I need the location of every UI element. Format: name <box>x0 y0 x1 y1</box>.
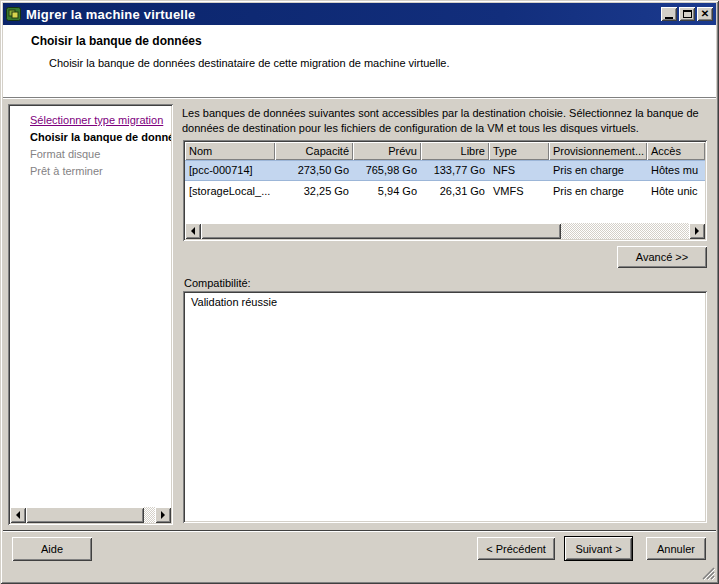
compatibility-label: Compatibilité: <box>184 277 251 289</box>
wizard-steps-panel: Sélectionner type migration Choisir la b… <box>8 104 173 525</box>
step-ready-to-complete: Prêt à terminer <box>10 163 171 180</box>
maximize-button[interactable] <box>679 7 695 21</box>
cell-acces: Hôtes mu <box>647 160 705 181</box>
scroll-left-button[interactable] <box>10 507 26 523</box>
cell-capacite: 273,50 Go <box>275 160 353 181</box>
compatibility-status: Validation réussie <box>185 293 705 311</box>
wizard-steps-list: Sélectionner type migration Choisir la b… <box>10 106 171 180</box>
datastore-table: Nom Capacité Prévu Libre Type Provisionn… <box>183 140 707 241</box>
cell-capacite: 32,25 Go <box>275 181 353 202</box>
step-disk-format: Format disque <box>10 146 171 163</box>
resize-grip-icon[interactable] <box>702 567 715 580</box>
scroll-left-icon <box>191 227 195 235</box>
minimize-button[interactable] <box>661 7 677 21</box>
step-select-migration-type[interactable]: Sélectionner type migration <box>10 112 171 129</box>
cell-nom: [storageLocal_... <box>185 181 275 202</box>
title-bar[interactable]: Migrer la machine virtuelle ✕ <box>3 3 716 25</box>
column-header-provisionnement[interactable]: Provisionnement... <box>549 142 647 160</box>
column-header-type[interactable]: Type <box>489 142 549 160</box>
close-icon: ✕ <box>701 9 709 19</box>
table-row-storagelocal[interactable]: [storageLocal_... 32,25 Go 5,94 Go 26,31… <box>185 181 705 202</box>
window-title: Migrer la machine virtuelle <box>26 7 659 22</box>
help-button[interactable]: Aide <box>12 537 92 561</box>
scrollbar-track[interactable] <box>144 507 155 523</box>
scroll-right-button[interactable] <box>689 223 705 239</box>
compatibility-panel: Validation réussie <box>183 291 707 523</box>
back-button[interactable]: < Précédent <box>477 537 555 560</box>
footer-divider <box>3 530 716 532</box>
header-divider <box>3 97 716 99</box>
close-button[interactable]: ✕ <box>697 7 713 21</box>
scroll-right-icon <box>161 511 165 519</box>
next-button-default-ring: Suivant > <box>564 536 633 561</box>
step-choose-datastore: Choisir la banque de données <box>10 129 171 146</box>
advanced-button[interactable]: Avancé >> <box>617 246 707 268</box>
cell-provisionnement: Pris en charge <box>549 160 647 181</box>
cell-provisionnement: Pris en charge <box>549 181 647 202</box>
scroll-right-button[interactable] <box>155 507 171 523</box>
scrollbar-track[interactable] <box>561 223 689 239</box>
vmware-app-icon <box>6 6 22 22</box>
column-header-libre[interactable]: Libre <box>421 142 489 160</box>
column-header-nom[interactable]: Nom <box>185 142 275 160</box>
sidebar-horizontal-scrollbar[interactable] <box>10 507 171 523</box>
cell-libre: 133,77 Go <box>421 160 489 181</box>
wizard-header: Choisir la banque de données Choisir la … <box>3 25 716 97</box>
minimize-icon <box>665 17 673 19</box>
scroll-right-icon <box>695 227 699 235</box>
scroll-left-icon <box>16 511 20 519</box>
scroll-left-button[interactable] <box>185 223 201 239</box>
page-title: Choisir la banque de données <box>31 34 202 48</box>
maximize-icon <box>683 10 692 18</box>
scrollbar-thumb[interactable] <box>201 223 561 239</box>
cell-acces: Hôte unic <box>647 181 705 202</box>
cell-prevu: 765,98 Go <box>353 160 421 181</box>
table-header-row: Nom Capacité Prévu Libre Type Provisionn… <box>185 142 705 160</box>
table-row-pcc-000714[interactable]: [pcc-000714] 273,50 Go 765,98 Go 133,77 … <box>185 160 705 181</box>
cell-prevu: 5,94 Go <box>353 181 421 202</box>
column-header-capacite[interactable]: Capacité <box>275 142 353 160</box>
cell-libre: 26,31 Go <box>421 181 489 202</box>
cell-type: VMFS <box>489 181 549 202</box>
cell-type: NFS <box>489 160 549 181</box>
cell-nom: [pcc-000714] <box>185 160 275 181</box>
next-button[interactable]: Suivant > <box>565 537 632 560</box>
cancel-button[interactable]: Annuler <box>646 537 706 560</box>
datastore-description: Les banques de données suivantes sont ac… <box>182 106 709 136</box>
column-header-acces[interactable]: Accès <box>647 142 705 160</box>
scrollbar-thumb[interactable] <box>26 507 144 523</box>
column-header-prevu[interactable]: Prévu <box>353 142 421 160</box>
page-subtitle: Choisir la banque de données destinatair… <box>49 57 450 69</box>
table-horizontal-scrollbar[interactable] <box>185 223 705 239</box>
migrate-vm-wizard-window: Migrer la machine virtuelle ✕ Choisir la… <box>0 0 719 584</box>
